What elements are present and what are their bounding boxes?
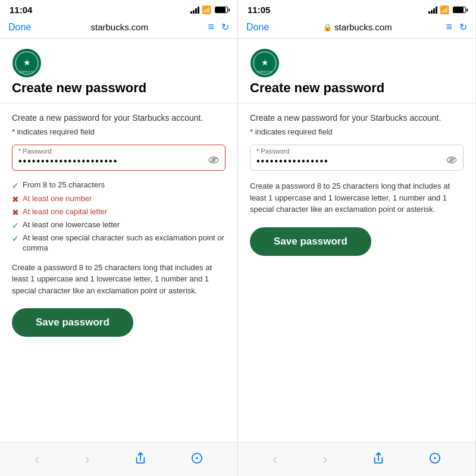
validation-list-1: ✓ From 8 to 25 characters ✖ At least one…	[12, 180, 226, 253]
password-field-group-1: * Password ••••••••••••••••••••••	[12, 145, 226, 171]
back-button-2[interactable]: ‹	[267, 449, 283, 470]
page-title-1: Create new password	[12, 80, 226, 96]
compass-button-2[interactable]	[423, 450, 447, 469]
description-text-1: Create a password 8 to 25 characters lon…	[12, 262, 226, 297]
forward-button-1[interactable]: ›	[79, 449, 95, 470]
status-icons-2: 📶	[428, 5, 466, 14]
done-button-1[interactable]: Done	[8, 22, 31, 33]
reader-icon-2[interactable]: ≡	[446, 21, 452, 33]
field-input-row-2: ••••••••••••••••	[256, 156, 457, 167]
error-icon-1: ✖	[12, 194, 19, 205]
eye-icon-2[interactable]	[446, 156, 457, 167]
status-time-1: 11:04	[10, 5, 32, 15]
svg-text:★: ★	[23, 58, 31, 67]
header-section-1: ★ STARBUCKS Create new password	[0, 39, 237, 104]
refresh-icon-1[interactable]: ↻	[221, 21, 229, 33]
browser-bar-2: Done 🔒 starbucks.com ≡ ↻	[238, 17, 475, 39]
svg-point-7	[196, 457, 198, 459]
val-text-4: At least one special character such as e…	[23, 233, 226, 253]
bottom-nav-1: ‹ ›	[0, 442, 237, 476]
phone-screen-2: 11:05 📶 Done 🔒 starbucks.com ≡ ↻	[238, 0, 476, 476]
status-bar-1: 11:04 📶	[0, 0, 237, 17]
status-icons-1: 📶	[190, 5, 228, 14]
val-item-4: ✓ At least one special character such as…	[12, 233, 226, 253]
check-icon-0: ✓	[12, 180, 19, 191]
browser-bar-1: Done starbucks.com ≡ ↻	[0, 17, 237, 39]
share-button-1[interactable]	[129, 450, 152, 469]
req-star-2: *	[256, 148, 261, 155]
val-text-3: At least one lowercase letter	[23, 220, 120, 230]
password-dots-1[interactable]: ••••••••••••••••••••••	[18, 156, 208, 167]
required-note-1: * indicates required field	[12, 127, 226, 136]
password-dots-2[interactable]: ••••••••••••••••	[256, 156, 446, 167]
val-text-1: At least one number	[23, 194, 92, 204]
wifi-icon-1: 📶	[202, 5, 211, 14]
battery-icon-1	[215, 7, 228, 13]
val-item-1: ✖ At least one number	[12, 194, 226, 205]
back-button-1[interactable]: ‹	[29, 449, 45, 470]
url-text-2: starbucks.com	[334, 22, 392, 32]
check-icon-4: ✓	[12, 233, 19, 244]
description-text-2: Create a password 8 to 25 characters lon…	[250, 180, 464, 215]
phone-screen-1: 11:04 📶 Done starbucks.com ≡ ↻	[0, 0, 238, 476]
lock-icon-2: 🔒	[323, 23, 332, 32]
required-note-2: * indicates required field	[250, 127, 464, 136]
req-star-1: *	[18, 148, 23, 155]
url-text-1: starbucks.com	[91, 22, 149, 32]
battery-icon-2	[453, 7, 466, 13]
starbucks-logo-2: ★ STARBUCKS	[250, 48, 280, 78]
status-time-2: 11:05	[248, 5, 270, 15]
field-label-1: * Password	[18, 148, 219, 155]
starbucks-logo-1: ★ STARBUCKS	[12, 48, 42, 78]
form-section-2: Create a new password for your Starbucks…	[238, 104, 475, 277]
compass-button-1[interactable]	[185, 450, 209, 469]
done-button-2[interactable]: Done	[246, 22, 269, 33]
val-item-2: ✖ At least one capital letter	[12, 207, 226, 218]
field-label-2: * Password	[256, 148, 457, 155]
status-bar-2: 11:05 📶	[238, 0, 475, 17]
browser-actions-1: ≡ ↻	[208, 21, 229, 33]
password-wrapper-2: * Password ••••••••••••••••	[250, 145, 464, 171]
refresh-icon-2[interactable]: ↻	[459, 21, 467, 33]
field-input-row-1: ••••••••••••••••••••••	[18, 156, 219, 167]
browser-actions-2: ≡ ↻	[446, 21, 467, 33]
svg-text:STARBUCKS: STARBUCKS	[19, 71, 35, 73]
svg-text:★: ★	[261, 58, 269, 67]
password-field-group-2: * Password ••••••••••••••••	[250, 145, 464, 171]
page-content-2: ★ STARBUCKS Create new password Create a…	[238, 39, 475, 442]
save-password-button-1[interactable]: Save password	[12, 308, 133, 337]
share-button-2[interactable]	[367, 450, 390, 469]
svg-text:STARBUCKS: STARBUCKS	[257, 71, 273, 73]
form-intro-2: Create a new password for your Starbucks…	[250, 113, 464, 123]
signal-icon-1	[190, 7, 199, 14]
val-item-0: ✓ From 8 to 25 characters	[12, 180, 226, 191]
val-text-0: From 8 to 25 characters	[23, 180, 105, 190]
forward-button-2[interactable]: ›	[317, 449, 333, 470]
bottom-nav-2: ‹ ›	[238, 442, 475, 476]
wifi-icon-2: 📶	[440, 5, 449, 14]
val-text-2: At least one capital letter	[23, 207, 107, 217]
form-intro-1: Create a new password for your Starbucks…	[12, 113, 226, 123]
browser-url-1: starbucks.com	[91, 22, 149, 32]
signal-icon-2	[428, 7, 437, 14]
page-content-1: ★ STARBUCKS Create new password Create a…	[0, 39, 237, 442]
browser-url-2: 🔒 starbucks.com	[323, 22, 392, 32]
error-icon-2: ✖	[12, 207, 19, 218]
eye-icon-1[interactable]	[208, 156, 219, 167]
password-wrapper-1: * Password ••••••••••••••••••••••	[12, 145, 226, 171]
save-password-button-2[interactable]: Save password	[250, 227, 371, 256]
svg-point-15	[434, 457, 436, 459]
val-item-3: ✓ At least one lowercase letter	[12, 220, 226, 231]
check-icon-3: ✓	[12, 220, 19, 231]
page-title-2: Create new password	[250, 80, 464, 96]
reader-icon-1[interactable]: ≡	[208, 21, 214, 33]
header-section-2: ★ STARBUCKS Create new password	[238, 39, 475, 104]
form-section-1: Create a new password for your Starbucks…	[0, 104, 237, 358]
